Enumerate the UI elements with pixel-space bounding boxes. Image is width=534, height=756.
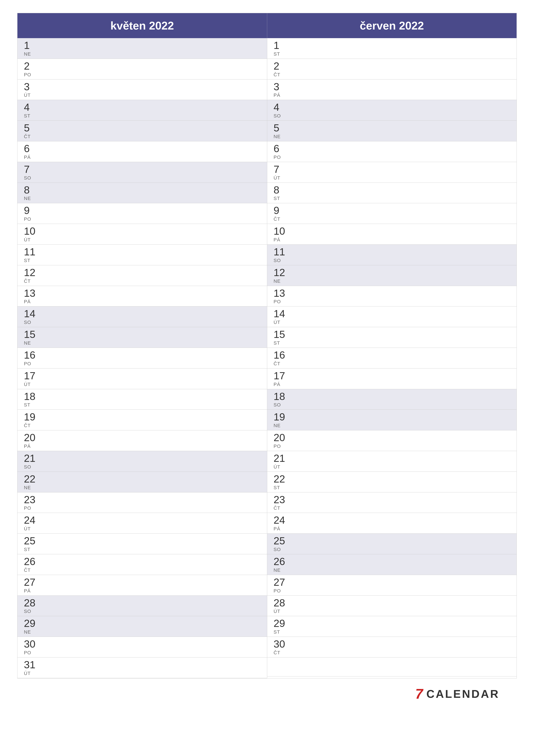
day-row: 13PO bbox=[267, 286, 517, 307]
day-row: 6PO bbox=[267, 141, 517, 162]
day-number: 6 bbox=[24, 143, 31, 154]
day-number: 26 bbox=[24, 556, 35, 567]
day-abbr: SO bbox=[274, 402, 285, 408]
day-abbr: ST bbox=[274, 196, 280, 201]
day-abbr: NE bbox=[274, 567, 285, 573]
day-abbr: ÚT bbox=[24, 382, 35, 387]
day-number: 24 bbox=[24, 515, 35, 526]
day-abbr: PÁ bbox=[24, 154, 31, 160]
day-abbr: ČT bbox=[274, 216, 280, 222]
day-number: 21 bbox=[274, 453, 285, 464]
day-number: 3 bbox=[274, 81, 280, 93]
day-row: 16PO bbox=[17, 348, 267, 368]
day-number: 19 bbox=[24, 411, 35, 423]
day-row: 31ÚT bbox=[17, 658, 267, 678]
day-row: 17ÚT bbox=[17, 368, 267, 389]
day-abbr: ČT bbox=[274, 505, 285, 511]
day-number: 29 bbox=[274, 618, 285, 629]
day-number: 8 bbox=[24, 184, 31, 196]
day-row: 14SO bbox=[17, 307, 267, 327]
day-abbr: PÁ bbox=[274, 93, 280, 98]
day-number: 1 bbox=[24, 40, 31, 51]
day-abbr: ÚT bbox=[24, 526, 35, 532]
footer: 7CALENDAR bbox=[17, 678, 517, 705]
day-abbr: ČT bbox=[274, 361, 285, 366]
day-number: 15 bbox=[24, 329, 35, 340]
day-abbr: ÚT bbox=[24, 93, 31, 98]
day-number: 25 bbox=[24, 535, 35, 547]
day-row: 4SO bbox=[267, 100, 517, 121]
day-number: 11 bbox=[24, 246, 35, 258]
day-abbr: ČT bbox=[24, 279, 35, 284]
day-row: 27PO bbox=[267, 575, 517, 596]
day-number: 30 bbox=[24, 638, 35, 650]
day-row: 2PO bbox=[17, 59, 267, 80]
day-number: 14 bbox=[24, 308, 35, 320]
day-abbr: NE bbox=[274, 279, 285, 284]
day-number: 16 bbox=[274, 350, 285, 361]
day-row: 11ST bbox=[17, 245, 267, 265]
day-abbr: PO bbox=[24, 505, 35, 511]
day-row: 19ČT bbox=[17, 410, 267, 430]
day-number: 4 bbox=[274, 102, 281, 113]
day-row: 18ST bbox=[17, 389, 267, 410]
day-number: 28 bbox=[274, 597, 285, 609]
day-number: 27 bbox=[24, 577, 35, 588]
day-number: 18 bbox=[24, 391, 35, 402]
day-row: 28ÚT bbox=[267, 596, 517, 616]
day-number: 17 bbox=[274, 370, 285, 382]
day-abbr: ÚT bbox=[274, 320, 285, 325]
day-row: 15ST bbox=[267, 327, 517, 348]
day-number: 5 bbox=[274, 122, 281, 134]
day-number: 18 bbox=[274, 391, 285, 402]
day-row: 1ST bbox=[267, 38, 517, 59]
day-number: 11 bbox=[274, 246, 285, 258]
day-abbr: PÁ bbox=[274, 237, 285, 243]
month-header-1: květen 2022 bbox=[17, 13, 267, 38]
day-abbr: NE bbox=[24, 51, 31, 57]
day-row: 24ÚT bbox=[17, 513, 267, 534]
day-abbr: PO bbox=[24, 216, 31, 222]
logo-area: 7CALENDAR bbox=[415, 687, 499, 701]
day-abbr: PO bbox=[24, 361, 35, 366]
day-row: 30PO bbox=[17, 637, 267, 658]
day-number: 17 bbox=[24, 370, 35, 382]
day-abbr: ÚT bbox=[24, 671, 35, 676]
day-abbr: SO bbox=[24, 320, 35, 325]
day-row: 3PÁ bbox=[267, 80, 517, 100]
day-number: 7 bbox=[274, 164, 280, 175]
day-number: 2 bbox=[274, 61, 280, 72]
day-row: 12ČT bbox=[17, 265, 267, 286]
day-row: 26NE bbox=[267, 554, 517, 575]
day-abbr: SO bbox=[274, 258, 285, 263]
day-number: 22 bbox=[24, 473, 35, 485]
day-number: 27 bbox=[274, 577, 285, 588]
day-row: 14ÚT bbox=[267, 307, 517, 327]
day-abbr: PÁ bbox=[24, 299, 35, 305]
day-number: 22 bbox=[274, 473, 285, 485]
day-abbr: ST bbox=[274, 51, 280, 57]
day-number: 16 bbox=[24, 350, 35, 361]
day-abbr: SO bbox=[274, 113, 281, 119]
day-number: 10 bbox=[24, 226, 35, 237]
day-row: 10PÁ bbox=[267, 224, 517, 245]
day-abbr: SO bbox=[24, 464, 35, 470]
day-row: 12NE bbox=[267, 265, 517, 286]
day-abbr: NE bbox=[24, 629, 35, 635]
day-row: 9PO bbox=[17, 203, 267, 224]
logo-icon: 7 bbox=[415, 687, 423, 701]
day-abbr: PO bbox=[24, 72, 31, 78]
day-abbr: PO bbox=[274, 299, 285, 305]
day-abbr: ST bbox=[24, 258, 35, 263]
day-abbr: ST bbox=[24, 402, 35, 408]
day-abbr: NE bbox=[24, 196, 31, 201]
day-number: 14 bbox=[274, 308, 285, 320]
day-row: 25ST bbox=[17, 534, 267, 554]
day-row: 22NE bbox=[17, 472, 267, 493]
day-row: 3ÚT bbox=[17, 80, 267, 100]
month-1-days: 1NE2PO3ÚT4ST5ČT6PÁ7SO8NE9PO10ÚT11ST12ČT1… bbox=[17, 38, 267, 678]
day-row: 5ČT bbox=[17, 121, 267, 141]
day-number: 13 bbox=[274, 288, 285, 299]
day-row: 8ST bbox=[267, 183, 517, 203]
day-number: 5 bbox=[24, 122, 31, 134]
